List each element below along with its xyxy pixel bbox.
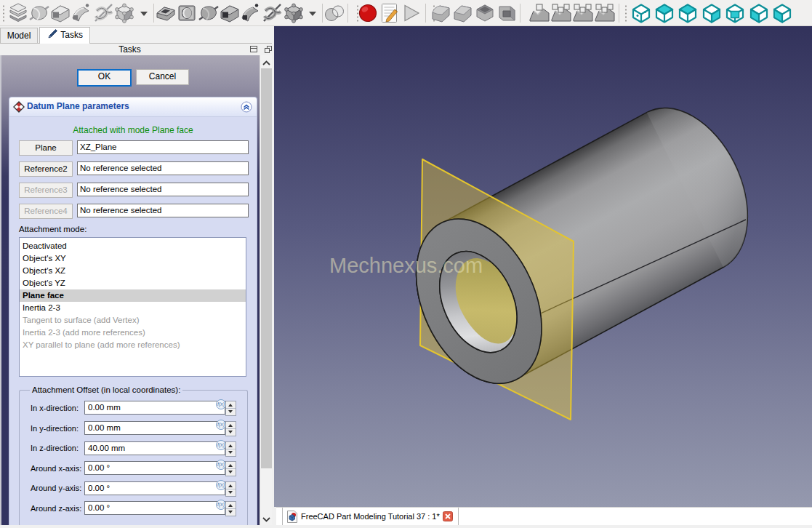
svg-text:Mechnexus.com: Mechnexus.com xyxy=(329,254,483,277)
